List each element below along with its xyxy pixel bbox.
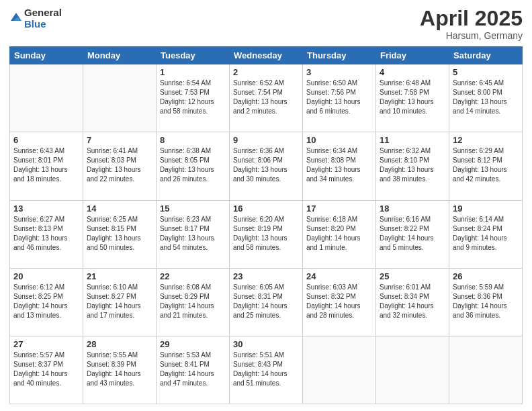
- header: General Blue April 2025 Harsum, Germany: [9, 7, 523, 41]
- day-info: Sunrise: 6:01 AMSunset: 8:34 PMDaylight:…: [380, 283, 445, 320]
- calendar-day-19: 19Sunrise: 6:14 AMSunset: 8:24 PMDayligh…: [449, 200, 523, 268]
- day-info: Sunrise: 6:38 AMSunset: 8:05 PMDaylight:…: [160, 146, 226, 184]
- day-info: Sunrise: 6:32 AMSunset: 8:10 PMDaylight:…: [380, 146, 445, 184]
- day-info: Sunrise: 6:25 AMSunset: 8:15 PMDaylight:…: [87, 215, 152, 253]
- title-block: April 2025 Harsum, Germany: [420, 7, 523, 41]
- day-info: Sunrise: 6:45 AMSunset: 8:00 PMDaylight:…: [453, 79, 519, 116]
- day-info: Sunrise: 6:41 AMSunset: 8:03 PMDaylight:…: [87, 146, 152, 184]
- day-number: 2: [233, 67, 299, 77]
- day-info: Sunrise: 6:03 AMSunset: 8:32 PMDaylight:…: [306, 283, 372, 320]
- day-number: 19: [453, 203, 519, 214]
- day-number: 27: [13, 339, 79, 349]
- calendar-col-thursday: Thursday: [303, 47, 376, 64]
- calendar-week-4: 20Sunrise: 6:12 AMSunset: 8:25 PMDayligh…: [10, 268, 523, 336]
- day-info: Sunrise: 5:53 AMSunset: 8:41 PMDaylight:…: [160, 351, 226, 388]
- calendar-day-8: 8Sunrise: 6:38 AMSunset: 8:05 PMDaylight…: [157, 132, 230, 200]
- day-info: Sunrise: 6:50 AMSunset: 7:56 PMDaylight:…: [306, 79, 372, 116]
- day-info: Sunrise: 6:20 AMSunset: 8:19 PMDaylight:…: [233, 215, 299, 253]
- day-info: Sunrise: 6:18 AMSunset: 8:20 PMDaylight:…: [306, 215, 372, 253]
- day-info: Sunrise: 5:51 AMSunset: 8:43 PMDaylight:…: [233, 351, 299, 388]
- calendar-day-27: 27Sunrise: 5:57 AMSunset: 8:37 PMDayligh…: [10, 336, 83, 404]
- day-number: 6: [13, 135, 79, 145]
- day-number: 18: [380, 203, 445, 214]
- calendar-day-22: 22Sunrise: 6:08 AMSunset: 8:29 PMDayligh…: [157, 268, 230, 336]
- day-number: 16: [233, 203, 299, 214]
- day-info: Sunrise: 5:59 AMSunset: 8:36 PMDaylight:…: [453, 283, 519, 320]
- day-number: 11: [380, 135, 445, 145]
- day-number: 23: [233, 271, 299, 281]
- day-info: Sunrise: 6:27 AMSunset: 8:13 PMDaylight:…: [13, 215, 79, 253]
- day-info: Sunrise: 6:43 AMSunset: 8:01 PMDaylight:…: [13, 146, 79, 184]
- day-number: 9: [233, 135, 299, 145]
- calendar-empty: [83, 64, 157, 132]
- calendar-day-9: 9Sunrise: 6:36 AMSunset: 8:06 PMDaylight…: [230, 132, 303, 200]
- calendar-empty: [449, 336, 523, 404]
- calendar-col-monday: Monday: [83, 47, 157, 64]
- day-number: 14: [87, 203, 152, 214]
- calendar-week-5: 27Sunrise: 5:57 AMSunset: 8:37 PMDayligh…: [10, 336, 523, 404]
- calendar-day-17: 17Sunrise: 6:18 AMSunset: 8:20 PMDayligh…: [303, 200, 376, 268]
- day-info: Sunrise: 6:54 AMSunset: 7:53 PMDaylight:…: [160, 79, 226, 116]
- day-number: 7: [87, 135, 152, 145]
- calendar-day-10: 10Sunrise: 6:34 AMSunset: 8:08 PMDayligh…: [303, 132, 376, 200]
- day-info: Sunrise: 6:16 AMSunset: 8:22 PMDaylight:…: [380, 215, 445, 253]
- calendar-day-23: 23Sunrise: 6:05 AMSunset: 8:31 PMDayligh…: [230, 268, 303, 336]
- day-number: 8: [160, 135, 226, 145]
- day-info: Sunrise: 6:52 AMSunset: 7:54 PMDaylight:…: [233, 79, 299, 116]
- location: Harsum, Germany: [420, 30, 523, 41]
- calendar: SundayMondayTuesdayWednesdayThursdayFrid…: [9, 46, 523, 404]
- calendar-empty: [376, 336, 449, 404]
- calendar-header-row: SundayMondayTuesdayWednesdayThursdayFrid…: [10, 47, 523, 64]
- calendar-empty: [303, 336, 376, 404]
- calendar-day-20: 20Sunrise: 6:12 AMSunset: 8:25 PMDayligh…: [10, 268, 83, 336]
- day-number: 24: [306, 271, 372, 281]
- calendar-day-14: 14Sunrise: 6:25 AMSunset: 8:15 PMDayligh…: [83, 200, 157, 268]
- calendar-day-25: 25Sunrise: 6:01 AMSunset: 8:34 PMDayligh…: [376, 268, 449, 336]
- day-number: 22: [160, 271, 226, 281]
- day-info: Sunrise: 5:57 AMSunset: 8:37 PMDaylight:…: [13, 351, 79, 388]
- calendar-empty: [10, 64, 83, 132]
- day-info: Sunrise: 6:14 AMSunset: 8:24 PMDaylight:…: [453, 215, 519, 253]
- day-number: 13: [13, 203, 79, 214]
- calendar-day-6: 6Sunrise: 6:43 AMSunset: 8:01 PMDaylight…: [10, 132, 83, 200]
- calendar-day-21: 21Sunrise: 6:10 AMSunset: 8:27 PMDayligh…: [83, 268, 157, 336]
- day-number: 12: [453, 135, 519, 145]
- logo-text: General Blue: [24, 7, 62, 30]
- day-info: Sunrise: 6:05 AMSunset: 8:31 PMDaylight:…: [233, 283, 299, 320]
- day-number: 26: [453, 271, 519, 281]
- calendar-day-13: 13Sunrise: 6:27 AMSunset: 8:13 PMDayligh…: [10, 200, 83, 268]
- day-info: Sunrise: 6:29 AMSunset: 8:12 PMDaylight:…: [453, 146, 519, 184]
- calendar-col-friday: Friday: [376, 47, 449, 64]
- day-number: 17: [306, 203, 372, 214]
- calendar-week-2: 6Sunrise: 6:43 AMSunset: 8:01 PMDaylight…: [10, 132, 523, 200]
- calendar-day-15: 15Sunrise: 6:23 AMSunset: 8:17 PMDayligh…: [157, 200, 230, 268]
- calendar-day-11: 11Sunrise: 6:32 AMSunset: 8:10 PMDayligh…: [376, 132, 449, 200]
- page: General Blue April 2025 Harsum, Germany …: [0, 0, 532, 411]
- calendar-day-29: 29Sunrise: 5:53 AMSunset: 8:41 PMDayligh…: [157, 336, 230, 404]
- day-number: 29: [160, 339, 226, 349]
- calendar-day-2: 2Sunrise: 6:52 AMSunset: 7:54 PMDaylight…: [230, 64, 303, 132]
- day-info: Sunrise: 5:55 AMSunset: 8:39 PMDaylight:…: [87, 351, 152, 388]
- calendar-day-18: 18Sunrise: 6:16 AMSunset: 8:22 PMDayligh…: [376, 200, 449, 268]
- calendar-col-sunday: Sunday: [10, 47, 83, 64]
- day-number: 3: [306, 67, 372, 77]
- calendar-col-wednesday: Wednesday: [230, 47, 303, 64]
- day-number: 20: [13, 271, 79, 281]
- day-number: 4: [380, 67, 445, 77]
- month-title: April 2025: [420, 7, 523, 30]
- calendar-day-5: 5Sunrise: 6:45 AMSunset: 8:00 PMDaylight…: [449, 64, 523, 132]
- day-number: 21: [87, 271, 152, 281]
- calendar-day-30: 30Sunrise: 5:51 AMSunset: 8:43 PMDayligh…: [230, 336, 303, 404]
- day-number: 25: [380, 271, 445, 281]
- day-number: 1: [160, 67, 226, 77]
- calendar-day-4: 4Sunrise: 6:48 AMSunset: 7:58 PMDaylight…: [376, 64, 449, 132]
- day-info: Sunrise: 6:10 AMSunset: 8:27 PMDaylight:…: [87, 283, 152, 320]
- calendar-col-saturday: Saturday: [449, 47, 523, 64]
- calendar-day-26: 26Sunrise: 5:59 AMSunset: 8:36 PMDayligh…: [449, 268, 523, 336]
- day-number: 5: [453, 67, 519, 77]
- day-number: 15: [160, 203, 226, 214]
- calendar-col-tuesday: Tuesday: [157, 47, 230, 64]
- calendar-day-24: 24Sunrise: 6:03 AMSunset: 8:32 PMDayligh…: [303, 268, 376, 336]
- calendar-day-12: 12Sunrise: 6:29 AMSunset: 8:12 PMDayligh…: [449, 132, 523, 200]
- logo-icon: [9, 11, 23, 25]
